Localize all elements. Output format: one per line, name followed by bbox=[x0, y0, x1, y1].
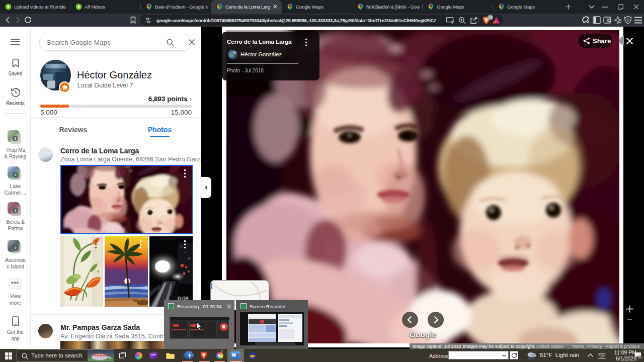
svg-text:5: 5 bbox=[639, 355, 640, 358]
